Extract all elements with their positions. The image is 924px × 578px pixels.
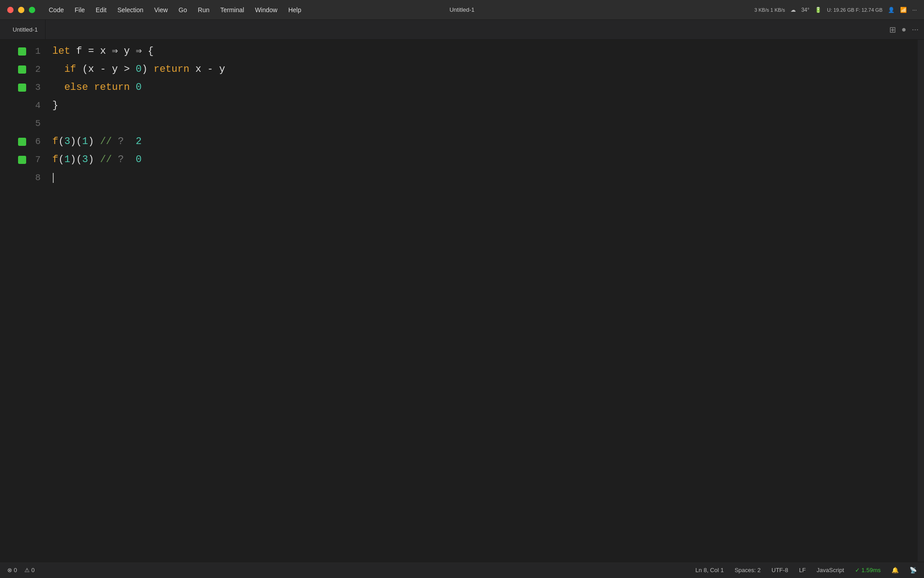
error-count[interactable]: ⊗ 0 — [7, 567, 17, 573]
line-number-1: 1 — [31, 42, 41, 61]
arrow-2: ⇒ — [136, 42, 142, 61]
menu-go[interactable]: Go — [174, 5, 192, 15]
space — [213, 61, 219, 79]
code-line-6: f ( 3 ) ( 1 ) // ? 2 — [52, 133, 918, 151]
editor-tab[interactable]: Untitled-1 — [5, 20, 46, 39]
lp3: ( — [58, 151, 64, 169]
line-number-6: 6 — [31, 133, 41, 151]
text-cursor — [53, 173, 54, 183]
space — [106, 61, 112, 79]
lp1: ( — [58, 133, 64, 151]
indentation[interactable]: Spaces: 2 — [735, 567, 761, 573]
space — [112, 133, 118, 151]
num-0b: 0 — [136, 79, 142, 97]
lp4: ( — [76, 151, 82, 169]
id-x3: x — [195, 61, 201, 79]
space — [201, 61, 207, 79]
space — [94, 151, 100, 169]
weather-icon: ☁ — [790, 7, 796, 13]
split-editor-icon[interactable]: ⊞ — [889, 25, 896, 35]
space — [106, 42, 112, 61]
wifi-icon: 📶 — [900, 7, 907, 13]
dirty-indicator: ● — [901, 25, 906, 34]
menu-terminal[interactable]: Terminal — [216, 5, 249, 15]
warning-count[interactable]: ⚠ 0 — [24, 567, 35, 573]
window-title: Untitled-1 — [449, 6, 475, 13]
broadcast-icon[interactable]: 📡 — [910, 567, 917, 573]
menu-run[interactable]: Run — [194, 5, 214, 15]
user-icon: 👤 — [888, 7, 895, 13]
space — [189, 61, 195, 79]
close-button[interactable] — [7, 7, 14, 13]
brace-close: } — [52, 97, 58, 115]
perf-indicator: ✓ 1.59ms — [855, 567, 881, 573]
result-0: 0 — [136, 151, 142, 169]
paren-cls: ) — [142, 61, 148, 79]
code-line-5 — [52, 115, 918, 133]
qmark-1: ? — [118, 133, 124, 151]
line-number-5: 5 — [31, 115, 41, 133]
menu-file[interactable]: File — [70, 5, 89, 15]
menu-code[interactable]: Code — [44, 5, 68, 15]
editor-area[interactable]: 1 2 3 4 5 6 7 — [0, 40, 924, 562]
storage-info: U: 19.26 GB F: 12.74 GB — [827, 7, 882, 13]
cmt-1: // — [100, 133, 112, 151]
file-encoding[interactable]: UTF-8 — [772, 567, 788, 573]
space — [124, 133, 135, 151]
op-minus: - — [100, 61, 106, 79]
gutter-indicator-5 — [18, 120, 26, 128]
kw-if: if — [64, 61, 76, 79]
titlebar-right: 3 KB/s 1 KB/s ☁ 34° 🔋 U: 19.26 GB F: 12.… — [754, 7, 917, 13]
id-f: f — [76, 42, 82, 61]
num-3: 3 — [64, 133, 70, 151]
gutter-indicator-7 — [18, 156, 26, 164]
kw-let: let — [52, 42, 70, 61]
tabbar-actions: ⊞ ● ··· — [889, 25, 919, 35]
id-x2: x — [88, 61, 94, 79]
rp1: ) — [70, 133, 76, 151]
minimize-button[interactable] — [18, 7, 24, 13]
menu-edit[interactable]: Edit — [91, 5, 111, 15]
brace-open: { — [148, 42, 153, 61]
line-number-7: 7 — [31, 151, 41, 169]
id-y3: y — [219, 61, 225, 79]
gutter-indicator-8 — [18, 174, 26, 182]
gutter-row-8: 8 — [0, 169, 45, 187]
space — [148, 61, 153, 79]
scrollbar-track[interactable] — [918, 40, 924, 562]
rp2: ) — [88, 133, 94, 151]
traffic-lights — [7, 7, 35, 13]
space — [130, 79, 136, 97]
arrow-1: ⇒ — [112, 42, 118, 61]
num-1: 1 — [82, 133, 88, 151]
notification-icon[interactable]: 🔔 — [892, 567, 899, 573]
gutter-indicator-2 — [18, 65, 26, 74]
space — [112, 151, 118, 169]
maximize-button[interactable] — [29, 7, 35, 13]
code-content[interactable]: let f = x ⇒ y ⇒ { if ( x - — [45, 40, 918, 562]
kw-else: else — [64, 79, 88, 97]
rp4: ) — [88, 151, 94, 169]
language-mode[interactable]: JavaScript — [817, 567, 844, 573]
gutter-row-3: 3 — [0, 79, 45, 97]
more-icon[interactable]: ··· — [912, 7, 917, 13]
space — [82, 42, 88, 61]
space — [88, 79, 94, 97]
menu-selection[interactable]: Selection — [113, 5, 148, 15]
menu-help[interactable]: Help — [284, 5, 306, 15]
code-line-4: } — [52, 97, 918, 115]
menu-window[interactable]: Window — [250, 5, 282, 15]
gutter-indicator-1 — [18, 47, 26, 56]
tab-more-icon[interactable]: ··· — [912, 25, 919, 34]
line-ending[interactable]: LF — [799, 567, 806, 573]
statusbar: ⊗ 0 ⚠ 0 Ln 8, Col 1 Spaces: 2 UTF-8 LF J… — [0, 562, 924, 578]
cmt-2: // — [100, 151, 112, 169]
empty-line — [52, 115, 58, 133]
titlebar: Code File Edit Selection View Go Run Ter… — [0, 0, 924, 20]
result-2: 2 — [136, 133, 142, 151]
gutter-indicator-3 — [18, 84, 26, 92]
op-gt: > — [124, 61, 129, 79]
code-line-8 — [52, 169, 918, 187]
cursor-position[interactable]: Ln 8, Col 1 — [695, 567, 724, 573]
menu-view[interactable]: View — [150, 5, 172, 15]
